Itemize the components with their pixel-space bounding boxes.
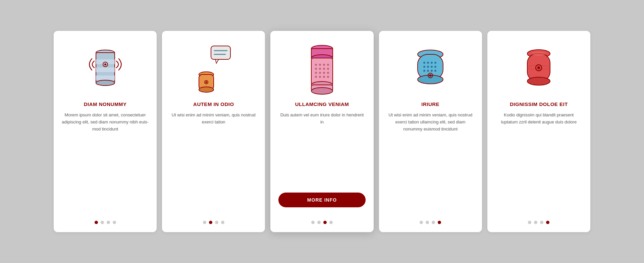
svg-point-56 [429,74,432,77]
dot [540,221,543,224]
svg-point-47 [423,66,425,68]
svg-point-53 [431,70,433,72]
svg-point-23 [323,64,325,66]
dot [101,221,104,224]
svg-point-46 [434,62,436,64]
svg-point-34 [319,76,321,78]
dot [221,221,224,224]
svg-point-26 [319,68,321,70]
svg-point-59 [527,77,550,85]
svg-point-22 [319,64,321,66]
svg-point-39 [311,88,333,94]
card-5-icon [519,41,559,95]
card-3-icon [302,41,342,95]
dot [528,221,531,224]
card-4-dots [420,215,441,224]
svg-rect-3 [96,67,115,72]
card-2-text: Ut wisi enim ad minim veniam, quis nostr… [170,112,257,215]
dot-active [209,221,212,224]
dot [317,221,321,224]
dot [203,221,206,224]
svg-point-45 [431,62,433,64]
svg-point-44 [427,62,429,64]
svg-point-48 [427,66,429,68]
svg-point-7 [96,80,115,86]
svg-point-54 [434,70,436,72]
svg-rect-20 [311,58,333,85]
card-5-text: Kodio dignissim qui blandit praesent lup… [495,112,582,215]
svg-point-27 [323,68,325,70]
more-info-button[interactable]: MORE INFO [278,193,365,207]
card-2-dots [203,215,224,224]
svg-point-30 [319,72,321,74]
svg-point-16 [205,82,207,83]
svg-point-31 [323,72,325,74]
svg-point-28 [327,68,329,70]
dot-active [95,221,98,224]
card-4: IRIURE Ut wisi enim ad minim veniam, qui… [379,31,482,232]
card-3: ULLAMCING VENIAM Duis autem vel eum iriu… [270,31,373,232]
svg-point-35 [323,76,325,78]
card-2-title: AUTEM IN ODIO [193,101,234,107]
svg-point-63 [532,52,545,56]
card-4-text: Ut wisi enim ad minim veniam, quis nostr… [387,112,474,215]
dot [420,221,423,224]
svg-point-33 [315,76,317,78]
card-1-title: DIAM NONUMMY [84,101,127,107]
card-5-dots [528,215,549,224]
dot [432,221,435,224]
svg-point-50 [434,66,436,68]
dot [107,221,110,224]
dot-active [546,221,549,224]
svg-point-32 [327,72,329,74]
svg-point-49 [431,66,433,68]
card-5-title: DIGNISSIM DOLOE EIT [510,101,568,107]
svg-point-36 [327,76,329,78]
svg-point-24 [327,64,329,66]
card-4-icon [410,41,450,95]
svg-point-62 [537,66,540,69]
dot-active [323,221,327,224]
card-3-text: Duis autem vel eum iriure dolor in hendr… [278,112,365,187]
svg-point-29 [315,72,317,74]
svg-marker-9 [215,59,219,63]
cards-container: DIAM NONUMMY Morem ipsum dolor sit amet,… [54,31,590,232]
dot [329,221,333,224]
dot [215,221,218,224]
card-1-icon [85,41,125,95]
card-1-dots [95,215,116,224]
svg-point-6 [104,63,106,65]
card-3-dots [311,215,333,224]
card-4-title: IRIURE [421,101,439,107]
svg-rect-8 [211,46,230,59]
dot [311,221,315,224]
svg-point-14 [199,87,214,92]
svg-rect-4 [96,75,115,80]
svg-point-43 [423,62,425,64]
card-2: AUTEM IN ODIO Ut wisi enim ad minim veni… [162,31,265,232]
card-5: DIGNISSIM DOLOE EIT Kodio dignissim qui … [487,31,590,232]
card-1: DIAM NONUMMY Morem ipsum dolor sit amet,… [54,31,157,232]
svg-point-21 [315,64,317,66]
dot [426,221,429,224]
card-3-title: ULLAMCING VENIAM [295,101,349,107]
dot [113,221,116,224]
svg-point-52 [427,70,429,72]
card-2-icon [194,41,234,95]
svg-point-25 [315,68,317,70]
dot [534,221,537,224]
svg-point-51 [423,70,425,72]
dot-active [438,221,441,224]
card-1-text: Morem ipsum dolor sit amet, consectetuer… [62,112,149,215]
